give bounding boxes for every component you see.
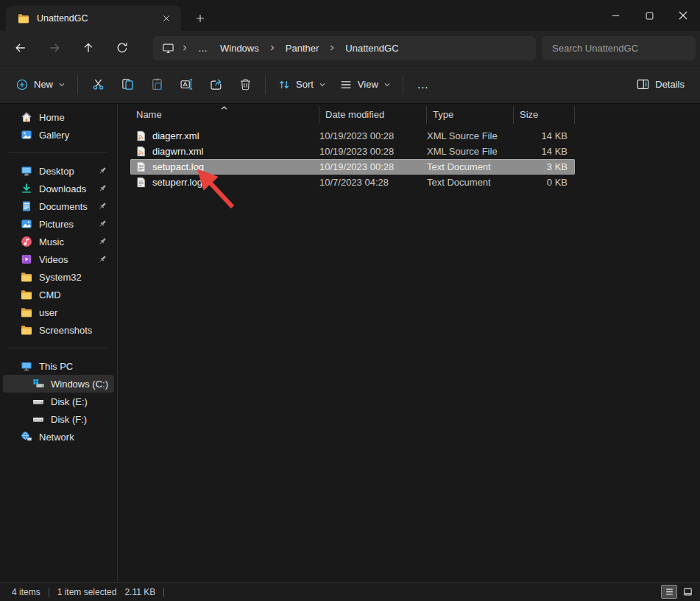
file-row[interactable]: diagerr.xml10/19/2023 00:28XML Source Fi…: [130, 128, 575, 144]
tab-title: UnattendGC: [37, 13, 150, 24]
column-header-size[interactable]: Size: [514, 106, 575, 124]
column-header-name[interactable]: Name: [130, 106, 319, 124]
sidebar-item-screenshots[interactable]: Screenshots: [3, 321, 114, 339]
details-view-toggle[interactable]: [661, 585, 677, 599]
pin-icon: [97, 166, 107, 176]
column-header-date-modified[interactable]: Date modified: [319, 106, 427, 124]
chevron-right-icon: [269, 44, 276, 52]
minimize-button[interactable]: [598, 0, 632, 31]
breadcrumb-overflow[interactable]: …: [195, 41, 211, 55]
view-button-label: View: [358, 79, 378, 90]
sort-icon: [277, 78, 291, 91]
file-type: Text Document: [427, 177, 514, 188]
tab-close-button[interactable]: [158, 10, 175, 27]
file-date-modified: 10/19/2023 00:28: [319, 130, 427, 141]
file-row[interactable]: diagwrn.xml10/19/2023 00:28XML Source Fi…: [130, 144, 575, 159]
sidebar-item-disk-f[interactable]: Disk (F:): [3, 410, 114, 428]
file-name-cell[interactable]: setuperr.log: [130, 177, 319, 188]
sort-button-label: Sort: [296, 79, 314, 90]
copy-icon: [121, 77, 135, 91]
breadcrumb-item[interactable]: Panther: [283, 41, 322, 55]
delete-button[interactable]: [230, 71, 260, 98]
file-type: XML Source File: [427, 146, 514, 157]
sidebar-item-cmd[interactable]: CMD: [3, 286, 114, 303]
paste-button[interactable]: [142, 71, 172, 98]
back-button[interactable]: [7, 36, 34, 60]
up-button[interactable]: [75, 36, 102, 60]
documents-icon: [21, 200, 32, 212]
sidebar-divider: [9, 152, 108, 153]
cut-icon: [91, 77, 105, 91]
view-button[interactable]: View: [333, 71, 397, 98]
folder-icon: [21, 306, 32, 318]
explorer-tab[interactable]: UnattendGC: [6, 6, 181, 31]
trash-icon: [238, 77, 252, 91]
sidebar-item-label: Disk (E:): [51, 396, 88, 407]
toolbar-divider: [265, 75, 266, 94]
cut-button[interactable]: [83, 71, 113, 98]
file-name-cell[interactable]: setupact.log: [130, 161, 319, 172]
sidebar-item-videos[interactable]: Videos: [3, 250, 114, 268]
toolbar-divider: [77, 75, 78, 94]
sidebar-item-disk-e[interactable]: Disk (E:): [3, 393, 114, 410]
forward-button[interactable]: [41, 36, 68, 60]
statusbar-divider: [49, 588, 49, 597]
more-options-button[interactable]: …: [409, 71, 438, 98]
refresh-button[interactable]: [109, 36, 135, 60]
sidebar-item-desktop[interactable]: Desktop: [3, 162, 114, 180]
file-row[interactable]: setupact.log10/19/2023 00:28Text Documen…: [130, 159, 575, 175]
sidebar-item-windows-c[interactable]: Windows (C:): [3, 375, 114, 393]
drive-icon: [32, 413, 44, 425]
file-name-cell[interactable]: diagerr.xml: [130, 130, 319, 141]
sort-button[interactable]: Sort: [271, 71, 333, 98]
rename-button[interactable]: [172, 71, 201, 98]
navigation-bar: …WindowsPantherUnattendGC: [0, 31, 700, 65]
plus-circle-icon: [15, 78, 29, 91]
file-rows: diagerr.xml10/19/2023 00:28XML Source Fi…: [130, 128, 575, 190]
sidebar-item-label: CMD: [39, 289, 61, 300]
xml-file-icon: [135, 146, 146, 157]
sidebar-item-gallery[interactable]: Gallery: [3, 126, 114, 144]
sidebar-item-this-pc[interactable]: This PC: [3, 357, 114, 375]
pin-icon: [97, 236, 107, 247]
sidebar-item-music[interactable]: Music: [3, 233, 114, 250]
close-button[interactable]: [666, 0, 700, 31]
file-row[interactable]: setuperr.log10/7/2023 04:28Text Document…: [130, 175, 575, 190]
sidebar-item-network[interactable]: Network: [3, 428, 114, 446]
gallery-icon: [21, 129, 32, 141]
command-bar: New Sort View: [0, 65, 700, 103]
toolbar-divider: [403, 75, 403, 94]
breadcrumb-item[interactable]: UnattendGC: [342, 41, 401, 55]
new-button-label: New: [34, 79, 53, 90]
file-name: diagwrn.xml: [152, 146, 203, 157]
sidebar-item-system32[interactable]: System32: [3, 268, 114, 286]
file-date-modified: 10/19/2023 00:28: [319, 161, 427, 172]
search-input[interactable]: [551, 42, 687, 55]
home-icon: [21, 111, 32, 123]
file-list-area: Name Date modified Type Size diagerr.xml…: [119, 104, 700, 582]
desktop-icon: [21, 165, 32, 177]
share-button[interactable]: [201, 71, 230, 98]
sidebar-item-user[interactable]: user: [3, 303, 114, 321]
new-button[interactable]: New: [9, 71, 72, 98]
windows-drive-icon: [32, 378, 44, 390]
address-bar[interactable]: …WindowsPantherUnattendGC: [153, 36, 536, 60]
large-icons-view-toggle[interactable]: [679, 585, 696, 599]
pictures-icon: [21, 218, 32, 230]
details-pane-button[interactable]: Details: [629, 71, 691, 98]
sidebar-item-pictures[interactable]: Pictures: [3, 215, 114, 233]
search-box[interactable]: [542, 36, 696, 60]
copy-button[interactable]: [113, 71, 142, 98]
file-name: setuperr.log: [152, 177, 202, 188]
file-name-cell[interactable]: diagwrn.xml: [130, 146, 319, 157]
sidebar-item-label: Music: [39, 236, 64, 247]
breadcrumb-item[interactable]: Windows: [217, 41, 262, 55]
maximize-button[interactable]: [632, 0, 666, 31]
sidebar-item-home[interactable]: Home: [3, 108, 114, 126]
sidebar-item-documents[interactable]: Documents: [3, 197, 114, 215]
sidebar-item-label: Screenshots: [39, 325, 92, 336]
sidebar-item-downloads[interactable]: Downloads: [3, 180, 114, 197]
new-tab-button[interactable]: [190, 8, 211, 29]
column-header-type[interactable]: Type: [427, 106, 514, 124]
file-type: XML Source File: [427, 130, 514, 141]
